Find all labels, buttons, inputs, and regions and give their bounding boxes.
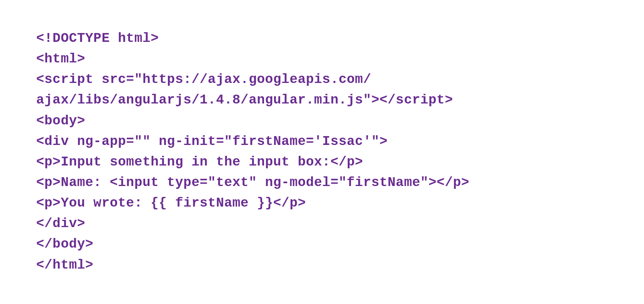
code-line: <p>You wrote: {{ firstName }}</p> [36, 196, 306, 211]
code-line: <p>Name: <input type="text" ng-model="fi… [36, 175, 469, 190]
code-line: <body> [36, 114, 85, 128]
code-line: <html> [36, 52, 85, 66]
code-line: <script src="https://ajax.googleapis.com… [36, 72, 371, 87]
code-line: </body> [36, 237, 93, 252]
code-snippet-page: <!DOCTYPE html> <html> <script src="http… [0, 0, 644, 304]
code-line: ajax/libs/angularjs/1.4.8/angular.min.js… [36, 93, 453, 108]
code-line: <p>Input something in the input box:</p> [36, 155, 363, 170]
code-line: <!DOCTYPE html> [36, 31, 159, 46]
code-line: </div> [36, 216, 85, 231]
code-line: </html> [36, 258, 93, 273]
code-line: <div ng-app="" ng-init="firstName='Issac… [36, 134, 388, 149]
code-block: <!DOCTYPE html> <html> <script src="http… [0, 0, 644, 275]
